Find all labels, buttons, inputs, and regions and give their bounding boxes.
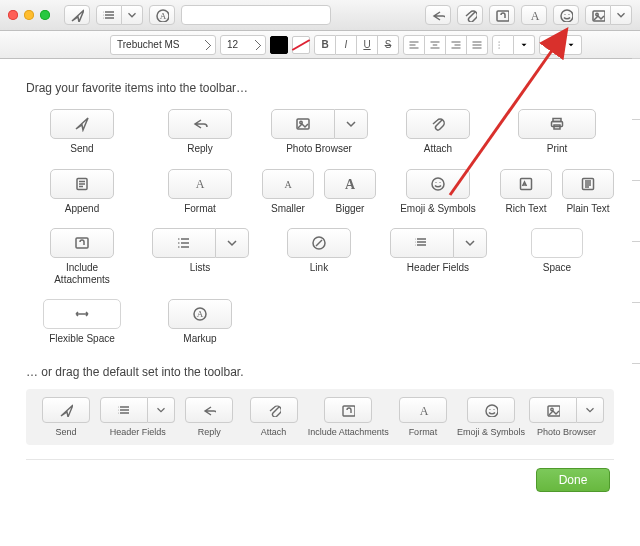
done-button[interactable]: Done bbox=[536, 468, 610, 492]
include-attachments-button[interactable] bbox=[489, 5, 515, 25]
customize-panel: Drag your favorite items into the toolba… bbox=[0, 59, 640, 500]
header-fields-menu[interactable] bbox=[122, 5, 143, 25]
bg-color-swatch[interactable] bbox=[292, 36, 310, 54]
format-button[interactable] bbox=[521, 5, 547, 25]
text-color-swatch[interactable] bbox=[270, 36, 288, 54]
align-right[interactable] bbox=[446, 35, 467, 55]
palette-item-textformat[interactable]: Rich Text Plain Text bbox=[500, 169, 614, 215]
indent-menu[interactable] bbox=[561, 35, 582, 55]
text-style-group: B I U S bbox=[314, 35, 399, 55]
palette-item-lists[interactable]: Lists bbox=[144, 228, 256, 285]
format-bar: Trebuchet MS 12 B I U S bbox=[0, 31, 640, 59]
underline-button[interactable]: U bbox=[357, 35, 378, 55]
list-button[interactable] bbox=[492, 35, 514, 55]
reply-button[interactable] bbox=[425, 5, 451, 25]
subject-field[interactable] bbox=[181, 5, 331, 25]
default-set-instruction: … or drag the default set into the toolb… bbox=[26, 365, 614, 379]
palette-item-link[interactable]: Link bbox=[262, 228, 376, 285]
palette-item-reply[interactable]: Reply bbox=[144, 109, 256, 155]
minimize-window[interactable] bbox=[24, 10, 34, 20]
attach-button[interactable] bbox=[457, 5, 483, 25]
palette-item-photo-browser[interactable]: Photo Browser bbox=[262, 109, 376, 155]
font-family-select[interactable]: Trebuchet MS bbox=[110, 35, 216, 55]
window-toolbar bbox=[0, 0, 640, 31]
palette-item-header-fields[interactable]: Header Fields bbox=[382, 228, 494, 285]
photo-browser-menu[interactable] bbox=[611, 5, 632, 25]
bold-button[interactable]: B bbox=[314, 35, 336, 55]
close-window[interactable] bbox=[8, 10, 18, 20]
italic-button[interactable]: I bbox=[336, 35, 357, 55]
indent-group bbox=[539, 35, 582, 55]
align-left[interactable] bbox=[403, 35, 425, 55]
photo-browser-button[interactable] bbox=[585, 5, 611, 25]
align-justify[interactable] bbox=[467, 35, 488, 55]
zoom-window[interactable] bbox=[40, 10, 50, 20]
palette-label: Send bbox=[70, 143, 93, 155]
alignment-group bbox=[403, 35, 488, 55]
palette-item-print[interactable]: Print bbox=[500, 109, 614, 155]
strike-button[interactable]: S bbox=[378, 35, 399, 55]
palette-grid: Send Reply Photo Browser Attach Print Ap… bbox=[26, 109, 614, 345]
palette-item-append[interactable]: Append bbox=[26, 169, 138, 215]
palette-item-fontsize[interactable]: Smaller Bigger bbox=[262, 169, 376, 215]
list-menu[interactable] bbox=[514, 35, 535, 55]
indent-button[interactable] bbox=[539, 35, 561, 55]
emoji-button[interactable] bbox=[553, 5, 579, 25]
palette-item-space[interactable]: Space bbox=[500, 228, 614, 285]
markup-button[interactable] bbox=[149, 5, 175, 25]
separator bbox=[26, 459, 614, 460]
palette-item-include-attachments[interactable]: Include Attachments bbox=[26, 228, 138, 285]
palette-item-flexible-space[interactable]: Flexible Space bbox=[26, 299, 138, 345]
font-size-select[interactable]: 12 bbox=[220, 35, 266, 55]
palette-item-format[interactable]: Format bbox=[144, 169, 256, 215]
default-set[interactable]: Send Header Fields Reply Attach Include … bbox=[26, 389, 614, 445]
send-button[interactable] bbox=[64, 5, 90, 25]
palette-instruction: Drag your favorite items into the toolba… bbox=[26, 81, 614, 95]
palette-item-emoji[interactable]: Emoji & Symbols bbox=[382, 169, 494, 215]
edge-ticks bbox=[632, 58, 640, 424]
palette-item-attach[interactable]: Attach bbox=[382, 109, 494, 155]
palette-item-markup[interactable]: Markup bbox=[144, 299, 256, 345]
align-center[interactable] bbox=[425, 35, 446, 55]
window-controls bbox=[8, 10, 50, 20]
list-group bbox=[492, 35, 535, 55]
palette-item-send[interactable]: Send bbox=[26, 109, 138, 155]
header-fields-button[interactable] bbox=[96, 5, 122, 25]
